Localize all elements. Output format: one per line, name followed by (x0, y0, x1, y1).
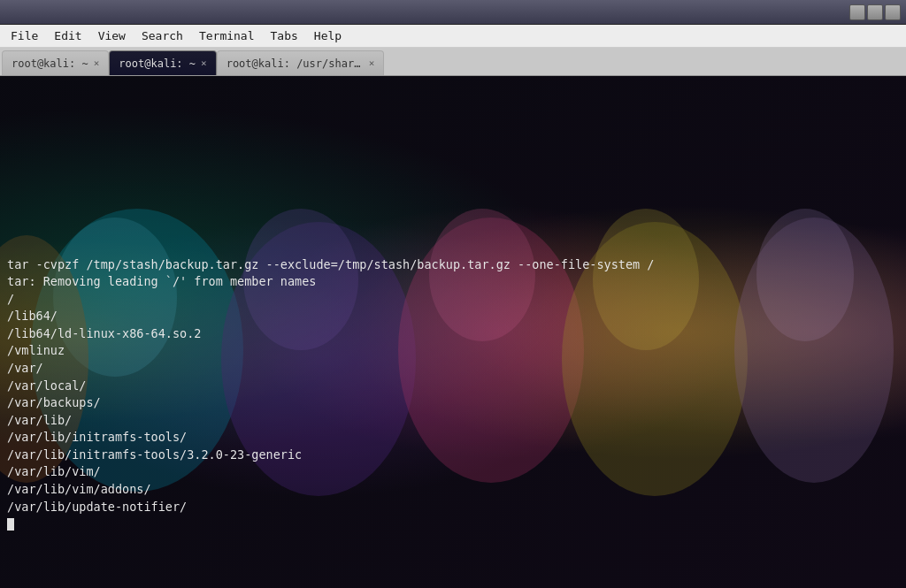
terminal-line-2 (7, 118, 901, 135)
menu-item-search[interactable]: Search (134, 27, 190, 45)
terminal-content[interactable]: tar -cvpzf /tmp/stash/backup.tar.gz --ex… (0, 76, 906, 588)
menu-bar: FileEditViewSearchTerminalTabsHelp (0, 25, 906, 48)
terminal-cursor (7, 518, 14, 531)
terminal-line-21: /var/lib/initramfs-tools/3.2.0-23-generi… (7, 447, 901, 464)
menu-item-tabs[interactable]: Tabs (264, 27, 305, 45)
terminal-line-13: /lib64/ (7, 308, 901, 325)
terminal-line-9 (7, 239, 901, 256)
terminal-line-23: /var/lib/vim/addons/ (7, 481, 901, 499)
terminal-line-15: /vmlinuz (7, 342, 901, 360)
terminal-area: tar -cvpzf /tmp/stash/backup.tar.gz --ex… (0, 76, 906, 588)
terminal-line-4 (7, 152, 901, 170)
terminal-line-14: /lib64/ld-linux-x86-64.so.2 (7, 325, 901, 343)
tab-bar: root@kali: ~×root@kali: ~×root@kali: /us… (0, 48, 906, 76)
tab-label-0: root@kali: ~ (12, 57, 88, 70)
maximize-button[interactable] (867, 4, 883, 20)
terminal-line-24: /var/lib/update-notifier/ (7, 499, 901, 516)
menu-item-edit[interactable]: Edit (47, 27, 88, 45)
terminal-line-18: /var/backups/ (7, 394, 901, 412)
terminal-line-7 (7, 204, 901, 222)
tab-close-2[interactable]: × (369, 57, 375, 69)
tab-close-0[interactable]: × (94, 57, 100, 69)
terminal-line-16: /var/ (7, 360, 901, 378)
terminal-line-8 (7, 222, 901, 240)
terminal-cursor-line (7, 515, 901, 533)
menu-item-terminal[interactable]: Terminal (192, 27, 262, 45)
menu-item-file[interactable]: File (4, 27, 45, 45)
terminal-line-20: /var/lib/initramfs-tools/ (7, 429, 901, 447)
menu-item-view[interactable]: View (91, 27, 133, 45)
window-controls[interactable] (849, 4, 901, 20)
terminal-line-22: /var/lib/vim/ (7, 463, 901, 481)
title-bar (0, 0, 906, 25)
terminal-line-17: /var/local/ (7, 378, 901, 395)
terminal-line-3 (7, 135, 901, 153)
tab-2[interactable]: root@kali: /usr/share/metasploit-framewo… (217, 50, 385, 75)
menu-item-help[interactable]: Help (307, 27, 349, 45)
terminal-line-12: / (7, 291, 901, 309)
tab-label-2: root@kali: /usr/share/metasploit-framewo… (226, 57, 364, 70)
terminal-line-11: tar: Removing leading `/' from member na… (7, 273, 901, 291)
terminal-line-6 (7, 187, 901, 204)
tab-1[interactable]: root@kali: ~× (109, 50, 216, 75)
tab-0[interactable]: root@kali: ~× (2, 50, 109, 75)
terminal-line-19: /var/lib/ (7, 412, 901, 430)
tab-close-1[interactable]: × (201, 57, 207, 69)
minimize-button[interactable] (849, 4, 865, 20)
terminal-line-5 (7, 170, 901, 187)
terminal-line-0 (7, 83, 901, 101)
terminal-line-10: tar -cvpzf /tmp/stash/backup.tar.gz --ex… (7, 256, 901, 274)
tab-label-1: root@kali: ~ (119, 57, 196, 70)
close-button[interactable] (885, 4, 901, 20)
terminal-line-1 (7, 101, 901, 118)
